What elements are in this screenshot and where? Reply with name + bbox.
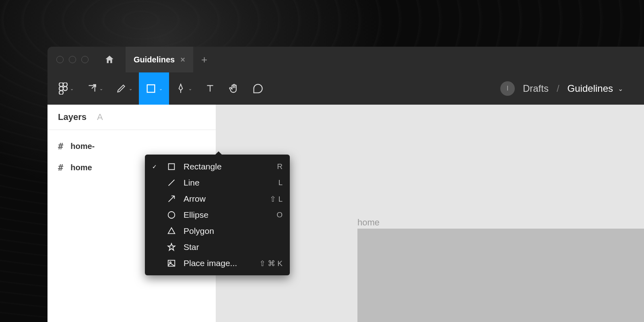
chevron-down-icon: ⌄ [188,86,192,91]
check-icon: ✓ [152,163,159,170]
menu-item-rectangle[interactable]: ✓ Rectangle R [145,159,290,175]
text-tool[interactable] [198,72,222,105]
pen-tool[interactable]: ⌄ [169,72,198,105]
pencil-icon [116,83,126,94]
svg-rect-5 [147,85,155,93]
svg-point-3 [63,87,67,91]
breadcrumb: I Drafts / Guidelines ⌄ [500,81,639,96]
chevron-down-icon: ⌄ [99,86,103,91]
toolbar: ⌄ ⌄ ⌄ ⌄ ⌄ I Drafts / [47,72,644,105]
menu-item-arrow[interactable]: Arrow ⇧ L [145,191,290,207]
titlebar: Guidelines × + [47,47,644,72]
comment-icon [252,83,264,94]
chevron-down-icon: ⌄ [159,86,163,91]
tab-label: Guidelines [134,55,175,64]
menu-item-star[interactable]: Star [145,239,290,255]
text-icon [205,83,215,94]
layer-item[interactable]: # home- [47,136,216,157]
figma-logo-icon [59,83,68,95]
home-button[interactable] [102,52,117,67]
assets-tab[interactable]: A [97,112,103,122]
breadcrumb-folder[interactable]: Drafts [523,83,549,94]
file-tab[interactable]: Guidelines × [126,47,193,72]
avatar[interactable]: I [500,81,515,96]
new-tab-button[interactable]: + [193,54,215,66]
move-icon [87,83,97,94]
frame-home[interactable] [357,229,644,322]
main-menu-button[interactable]: ⌄ [52,72,80,105]
image-icon [166,259,177,268]
frame-icon: # [58,141,63,151]
menu-item-polygon[interactable]: Polygon [145,223,290,239]
frame-icon: # [58,163,63,173]
svg-rect-6 [169,164,175,170]
pen-icon [175,83,186,94]
shape-tool-dropdown: ✓ Rectangle R Line L Arrow ⇧ L Ellipse O… [145,155,290,275]
svg-point-4 [59,91,63,95]
svg-point-2 [59,87,63,91]
breadcrumb-separator: / [557,83,559,94]
rectangle-icon [145,83,157,94]
frame-tool[interactable]: ⌄ [109,72,139,105]
layers-tab[interactable]: Layers [58,112,87,122]
svg-point-1 [63,83,67,87]
move-tool[interactable]: ⌄ [80,72,109,105]
hand-icon [228,83,239,94]
menu-item-place-image[interactable]: Place image... ⇧ ⌘ K [145,255,290,271]
rectangle-icon [166,162,177,171]
layer-label: home- [70,142,95,151]
traffic-lights [47,56,97,63]
menu-item-line[interactable]: Line L [145,175,290,191]
breadcrumb-file[interactable]: Guidelines ⌄ [568,83,623,94]
comment-tool[interactable] [246,72,270,105]
maximize-window-button[interactable] [81,56,89,63]
shape-tool[interactable]: ⌄ [139,72,169,105]
close-window-button[interactable] [56,56,64,63]
chevron-down-icon: ⌄ [129,86,132,91]
chevron-down-icon: ⌄ [70,86,74,91]
tab-bar: Guidelines × + [126,47,215,72]
arrow-icon [166,194,177,203]
hand-tool[interactable] [222,72,246,105]
ellipse-icon [166,211,177,219]
sidebar-tabs: Layers A [47,105,216,130]
line-icon [166,178,177,187]
close-tab-button[interactable]: × [180,55,185,64]
menu-item-ellipse[interactable]: Ellipse O [145,207,290,223]
svg-point-7 [168,212,175,219]
svg-point-0 [59,83,63,87]
polygon-icon [166,227,177,235]
workspace: Layers A # home- # home home [47,105,644,322]
layer-label: home [70,163,92,172]
star-icon [166,243,177,252]
frame-label[interactable]: home [357,217,380,228]
figma-window: Guidelines × + ⌄ ⌄ ⌄ ⌄ ⌄ [47,47,644,322]
chevron-down-icon: ⌄ [618,85,623,93]
minimize-window-button[interactable] [69,56,76,63]
home-icon [104,54,115,65]
